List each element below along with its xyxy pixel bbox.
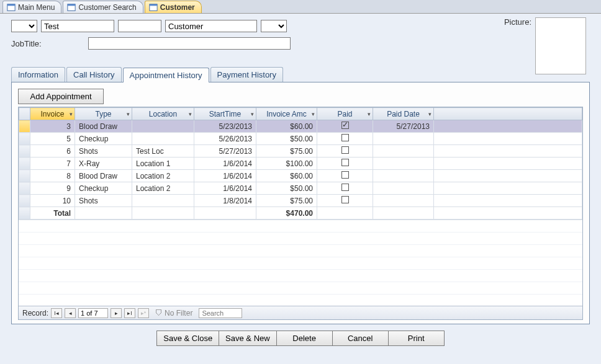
row-selector[interactable] bbox=[19, 145, 30, 158]
col-paid-date[interactable]: Paid Date▾ bbox=[373, 108, 434, 120]
cell-location[interactable]: Location 2 bbox=[132, 182, 194, 195]
cell-paid[interactable] bbox=[317, 182, 373, 195]
cell-starttime[interactable]: 1/6/2014 bbox=[194, 170, 256, 182]
cell-paid[interactable] bbox=[317, 158, 373, 170]
col-type[interactable]: Type▾ bbox=[75, 108, 132, 120]
grid-select-all[interactable] bbox=[19, 108, 30, 120]
cell-amount[interactable]: $60.00 bbox=[256, 170, 317, 182]
cell-location[interactable]: Test Loc bbox=[132, 145, 194, 158]
cell-paid-date[interactable] bbox=[373, 182, 434, 195]
nav-first-button[interactable]: I◂ bbox=[51, 308, 62, 318]
tab-call-history[interactable]: Call History bbox=[66, 67, 121, 82]
cell-starttime[interactable]: 5/26/2013 bbox=[194, 133, 256, 145]
cell-type[interactable]: Shots bbox=[75, 195, 132, 207]
checkbox-icon[interactable] bbox=[341, 134, 349, 141]
col-location[interactable]: Location▾ bbox=[132, 108, 194, 120]
print-button[interactable]: Print bbox=[389, 331, 445, 346]
cell-invoice[interactable]: 7 bbox=[30, 158, 75, 170]
row-selector[interactable] bbox=[19, 195, 30, 207]
save-close-button[interactable]: Save & Close bbox=[156, 331, 219, 346]
last-name-field[interactable] bbox=[165, 20, 257, 32]
cell-amount[interactable]: $60.00 bbox=[256, 120, 317, 133]
cell-invoice[interactable]: 9 bbox=[30, 182, 75, 195]
first-name-field[interactable] bbox=[41, 20, 114, 32]
tab-information[interactable]: Information bbox=[11, 67, 65, 82]
cancel-button[interactable]: Cancel bbox=[333, 331, 389, 346]
row-selector[interactable] bbox=[19, 170, 30, 182]
nav-prev-button[interactable]: ◂ bbox=[65, 308, 76, 318]
cell-paid-date[interactable] bbox=[373, 145, 434, 158]
table-row[interactable]: 6ShotsTest Loc5/27/2013$75.00 bbox=[19, 145, 582, 158]
checkbox-icon[interactable] bbox=[341, 159, 349, 166]
row-selector[interactable] bbox=[19, 158, 30, 170]
jobtitle-field[interactable] bbox=[88, 37, 291, 50]
row-selector[interactable] bbox=[19, 120, 30, 133]
cell-type[interactable]: Shots bbox=[75, 145, 132, 158]
cell-paid-date[interactable] bbox=[373, 133, 434, 145]
title-combo[interactable] bbox=[11, 20, 37, 32]
table-row[interactable]: 7X-RayLocation 11/6/2014$100.00 bbox=[19, 158, 582, 170]
cell-starttime[interactable]: 1/8/2014 bbox=[194, 195, 256, 207]
cell-type[interactable]: Blood Draw bbox=[75, 170, 132, 182]
cell-type[interactable]: Checkup bbox=[75, 133, 132, 145]
cell-starttime[interactable]: 1/6/2014 bbox=[194, 182, 256, 195]
nav-new-button[interactable]: ▸* bbox=[138, 308, 149, 318]
nav-position-field[interactable] bbox=[78, 308, 108, 318]
tab-appointment-history[interactable]: Appointment History bbox=[123, 68, 209, 82]
table-row[interactable]: 9CheckupLocation 21/6/2014$50.00 bbox=[19, 182, 582, 195]
cell-paid[interactable] bbox=[317, 120, 373, 133]
cell-invoice[interactable]: 6 bbox=[30, 145, 75, 158]
cell-location[interactable] bbox=[132, 133, 194, 145]
middle-name-field[interactable] bbox=[118, 20, 161, 32]
doc-tab-main-menu[interactable]: Main Menu bbox=[2, 1, 61, 13]
cell-starttime[interactable]: 1/6/2014 bbox=[194, 158, 256, 170]
table-row[interactable]: 3Blood Draw5/23/2013$60.005/27/2013 bbox=[19, 120, 582, 133]
cell-type[interactable]: Checkup bbox=[75, 182, 132, 195]
checkbox-icon[interactable] bbox=[341, 171, 349, 179]
checkbox-icon[interactable] bbox=[341, 146, 349, 154]
col-invoice-amount[interactable]: Invoice Amc▾ bbox=[256, 108, 317, 120]
picture-box[interactable] bbox=[535, 17, 586, 74]
col-starttime[interactable]: StartTime▾ bbox=[194, 108, 256, 120]
cell-amount[interactable]: $100.00 bbox=[256, 158, 317, 170]
doc-tab-customer[interactable]: Customer bbox=[145, 1, 202, 13]
cell-paid[interactable] bbox=[317, 133, 373, 145]
cell-paid-date[interactable]: 5/27/2013 bbox=[373, 120, 434, 133]
cell-invoice[interactable]: 10 bbox=[30, 195, 75, 207]
cell-location[interactable] bbox=[132, 120, 194, 133]
cell-paid-date[interactable] bbox=[373, 170, 434, 182]
delete-button[interactable]: Delete bbox=[277, 331, 333, 346]
cell-location[interactable]: Location 1 bbox=[132, 158, 194, 170]
row-selector[interactable] bbox=[19, 182, 30, 195]
cell-paid-date[interactable] bbox=[373, 158, 434, 170]
cell-type[interactable]: Blood Draw bbox=[75, 120, 132, 133]
cell-amount[interactable]: $50.00 bbox=[256, 182, 317, 195]
nav-next-button[interactable]: ▸ bbox=[111, 308, 122, 318]
cell-paid[interactable] bbox=[317, 145, 373, 158]
cell-location[interactable] bbox=[132, 195, 194, 207]
cell-starttime[interactable]: 5/27/2013 bbox=[194, 145, 256, 158]
doc-tab-customer-search[interactable]: Customer Search bbox=[63, 1, 143, 13]
cell-amount[interactable]: $75.00 bbox=[256, 145, 317, 158]
table-row[interactable]: 10Shots1/8/2014$75.00 bbox=[19, 195, 582, 207]
cell-invoice[interactable]: 5 bbox=[30, 133, 75, 145]
suffix-combo[interactable] bbox=[261, 20, 287, 32]
cell-amount[interactable]: $75.00 bbox=[256, 195, 317, 207]
nav-last-button[interactable]: ▸I bbox=[124, 308, 135, 318]
cell-type[interactable]: X-Ray bbox=[75, 158, 132, 170]
checkbox-icon[interactable] bbox=[341, 184, 349, 191]
cell-amount[interactable]: $50.00 bbox=[256, 133, 317, 145]
checkbox-icon[interactable] bbox=[341, 196, 349, 203]
table-row[interactable]: 5Checkup5/26/2013$50.00 bbox=[19, 133, 582, 145]
cell-starttime[interactable]: 5/23/2013 bbox=[194, 120, 256, 133]
cell-location[interactable]: Location 2 bbox=[132, 170, 194, 182]
save-new-button[interactable]: Save & New bbox=[219, 331, 277, 346]
col-paid[interactable]: Paid▾ bbox=[317, 108, 373, 120]
nav-search-field[interactable] bbox=[199, 308, 242, 318]
cell-invoice[interactable]: 3 bbox=[30, 120, 75, 133]
cell-paid-date[interactable] bbox=[373, 195, 434, 207]
table-row[interactable]: 8Blood DrawLocation 21/6/2014$60.00 bbox=[19, 170, 582, 182]
row-selector[interactable] bbox=[19, 133, 30, 145]
checkbox-icon[interactable] bbox=[341, 122, 349, 129]
cell-paid[interactable] bbox=[317, 195, 373, 207]
